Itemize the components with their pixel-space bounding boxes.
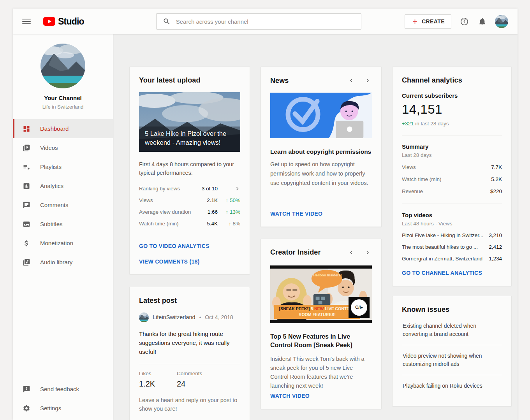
creator-insider-badge: C/I▸ [349, 297, 370, 318]
stat-row-avg-duration: Average view duration 1:66 ↑13% [139, 206, 240, 218]
stat-row-views: Views 2.1K ↑50% [139, 195, 240, 206]
settings-gear-icon [23, 404, 30, 412]
sidebar-item-label: Comments [40, 202, 69, 208]
creator-insider-card: Creator Insider [261, 239, 382, 409]
likes-metric: Likes 1.2K [139, 371, 177, 388]
channel-avatar[interactable] [40, 44, 85, 88]
sidebar: Your Channel Life in Switzerland Dashboa… [13, 34, 113, 420]
top-video-row[interactable]: Pizol Five lake - Hiking in Switzer...3,… [402, 232, 502, 238]
carousel-prev-icon[interactable] [347, 76, 356, 85]
studio-logo-text: Studio [58, 16, 84, 27]
sidebar-item-subtitles[interactable]: Subtitles [13, 214, 113, 234]
search-icon [163, 18, 171, 25]
playlists-icon [23, 163, 30, 171]
sidebar-item-monetization[interactable]: Monetization [13, 234, 113, 253]
feedback-icon [23, 385, 30, 393]
summary-row-revenue: Revenue$220 [402, 188, 502, 194]
dashboard-icon [23, 125, 30, 133]
view-comments-link[interactable]: VIEW COMMENTS (18) [139, 258, 240, 265]
subscribers-delta: +321 in last 28 days [402, 121, 502, 127]
insider-banner: [SNEAK PEEK!] 5 NEW LIVE CONTROL ROOM FE… [274, 305, 360, 318]
sidebar-item-settings[interactable]: Settings [13, 399, 113, 418]
help-icon[interactable] [459, 16, 469, 26]
top-videos-period: Last 48 hours · Views [402, 221, 502, 227]
card-title: Creator Insider [270, 248, 321, 257]
search-input[interactable] [176, 18, 356, 25]
sidebar-item-send-feedback[interactable]: Send feedback [13, 380, 113, 399]
up-arrow-icon: ↑ [229, 221, 231, 227]
news-body: Get up to speed on how copyright permiss… [270, 160, 372, 188]
post-body: Thanks for the great hiking route sugges… [139, 329, 240, 357]
sidebar-item-label: Audio library [40, 259, 72, 265]
sidebar-footer: Send feedback Settings [13, 380, 113, 420]
channel-subtitle: Life in Switzerland [42, 104, 84, 110]
hamburger-menu-icon[interactable] [22, 19, 31, 24]
create-button[interactable]: CREATE [405, 14, 451, 29]
news-card: News [261, 67, 382, 227]
audio-library-icon [23, 258, 30, 266]
sidebar-item-comments[interactable]: Comments [13, 195, 113, 214]
known-issue-item: Existing channel deleted when converting… [402, 315, 502, 345]
watch-the-video-link[interactable]: WATCH THE VIDEO [270, 211, 322, 217]
performance-stats: Ranking by views 3 of 10 Views 2.1K ↑50% [139, 183, 240, 230]
top-video-row[interactable]: Gornergrat in Zermatt, Switzerland1,234 [402, 256, 502, 262]
insider-video-title: Top 5 New Features in Live Control Room … [270, 332, 372, 350]
go-to-channel-analytics-link[interactable]: GO TO CHANNEL ANALYTICS [402, 270, 482, 276]
creator-insider-thumbnail[interactable]: Hellooo Insiders! [SNEAK PEEK!] 5 NEW LI… [270, 265, 372, 323]
up-arrow-icon: ↑ [225, 197, 228, 203]
channel-name: Your Channel [44, 95, 81, 101]
dashboard-content: Your latest upload [113, 34, 518, 420]
sidebar-item-videos[interactable]: Videos [13, 138, 113, 157]
comments-icon [23, 201, 30, 209]
card-title: Latest post [139, 297, 240, 305]
carousel-next-icon[interactable] [363, 76, 372, 85]
create-button-label: CREATE [422, 18, 445, 25]
latest-upload-video-title: 5 Lake Hike in Pizol over the weekend - … [145, 129, 229, 147]
post-hint: Leave a heart and reply on your post to … [139, 396, 240, 413]
known-issues-card: Known issues Existing channel deleted wh… [392, 296, 512, 406]
carousel-next-icon[interactable] [363, 248, 372, 257]
watch-video-link[interactable]: WATCH VIDEO [270, 393, 310, 399]
stat-row-watch-time: Watch time (min) 5.4K ↑8% [139, 218, 240, 230]
sidebar-item-label: Videos [40, 144, 58, 151]
summary-row-views: Views7.7K [402, 164, 502, 170]
post-author: LifeinSwitzerland [153, 314, 195, 320]
account-avatar[interactable] [495, 15, 508, 28]
chevron-right-icon[interactable] [218, 186, 240, 192]
youtube-play-icon [43, 17, 55, 26]
comments-metric: Comments 24 [177, 371, 215, 388]
current-subscribers-value: 14,151 [402, 102, 502, 117]
carousel-prev-icon[interactable] [347, 248, 356, 257]
summary-title: Summary [402, 143, 502, 150]
go-to-video-analytics-link[interactable]: GO TO VIDEO ANALYTICS [139, 243, 240, 249]
summary-row-watch-time: Watch time (min)5.2K [402, 176, 502, 182]
sidebar-item-label: Playlists [40, 163, 62, 170]
plus-icon [411, 18, 419, 25]
sidebar-nav: Dashboard Videos Playlists Analytics Com… [13, 119, 113, 272]
sidebar-item-audio-library[interactable]: Audio library [13, 253, 113, 272]
news-illustration[interactable] [270, 93, 372, 138]
topbar: Studio CREATE [13, 9, 518, 34]
sidebar-item-label: Settings [40, 405, 61, 411]
current-subscribers-label: Current subscribers [402, 92, 502, 99]
latest-upload-thumbnail[interactable]: 5 Lake Hike in Pizol over the weekend - … [139, 92, 240, 152]
card-title: Known issues [402, 306, 502, 314]
post-author-avatar [139, 313, 149, 322]
analytics-icon [23, 182, 30, 190]
post-date: Oct 4, 2018 [205, 314, 233, 320]
app-window: Studio CREATE [13, 9, 518, 420]
insider-bubble-text: Hellooo Insiders! [312, 273, 343, 278]
videos-icon [23, 144, 30, 152]
sidebar-item-dashboard[interactable]: Dashboard [13, 119, 113, 138]
summary-period: Last 28 days [402, 152, 502, 158]
up-arrow-icon: ↑ [225, 209, 228, 215]
sidebar-item-analytics[interactable]: Analytics [13, 176, 113, 195]
channel-analytics-card: Channel analytics Current subscribers 14… [392, 67, 512, 286]
youtube-studio-logo[interactable]: Studio [43, 16, 84, 27]
top-video-row[interactable]: The most beautiful hikes to go ...2,412 [402, 244, 502, 250]
top-videos-title: Top videos [402, 212, 502, 218]
notifications-bell-icon[interactable] [477, 16, 487, 26]
dot-separator: • [199, 315, 201, 320]
stat-row-ranking[interactable]: Ranking by views 3 of 10 [139, 183, 240, 195]
sidebar-item-playlists[interactable]: Playlists [13, 157, 113, 176]
